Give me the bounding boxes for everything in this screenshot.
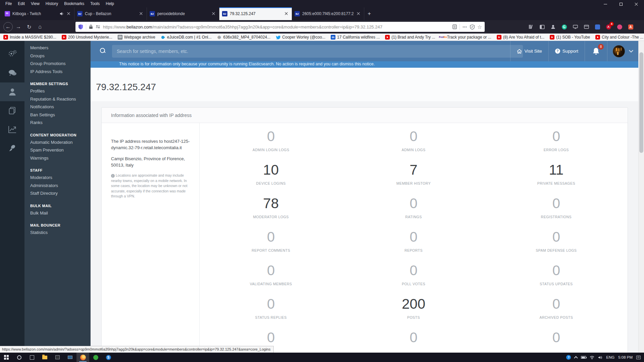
language-indicator[interactable]: ENG xyxy=(606,355,614,359)
reload-button[interactable]: ↻ xyxy=(24,22,34,32)
bookmark-item[interactable]: FedExTrack your package or ... xyxy=(440,35,491,40)
extension-orange-icon[interactable]: A xyxy=(627,23,635,31)
tab-peroxideblonde[interactable]: BZ peroxideblonde xyxy=(147,7,219,20)
tab-ipv6[interactable]: BZ 2605:e000:7f45:e200:8177:296b:f xyxy=(292,7,364,20)
home-button[interactable]: ⌂ xyxy=(35,22,45,32)
wifi-icon[interactable] xyxy=(590,356,594,359)
volume-icon[interactable] xyxy=(598,356,602,359)
menu-group-promotions[interactable]: Group Promotions xyxy=(24,60,91,68)
rail-members[interactable] xyxy=(0,82,24,101)
taskbar-monitor-app[interactable] xyxy=(64,353,76,362)
tab-close-icon[interactable] xyxy=(284,11,289,16)
menu-warnings[interactable]: Warnings xyxy=(24,154,91,162)
menu-bulk-mail[interactable]: Bulk Mail xyxy=(24,209,91,217)
close-window-button[interactable] xyxy=(629,0,644,8)
reader-view-icon[interactable] xyxy=(452,24,457,29)
menu-spam-prevention[interactable]: Spam Prevention xyxy=(24,146,91,154)
menu-edit[interactable]: Edit xyxy=(15,1,28,7)
menu-ban-settings[interactable]: Ban Settings xyxy=(24,111,91,119)
scrollbar-thumb[interactable] xyxy=(639,52,643,153)
tab-session-icon[interactable] xyxy=(582,23,590,31)
restore-button[interactable] xyxy=(613,0,629,8)
tray-chevron-up-icon[interactable] xyxy=(574,356,578,360)
taskbar-firefox[interactable] xyxy=(76,353,89,362)
protections-shield-icon[interactable] xyxy=(470,24,475,29)
tab-cup-bellazon[interactable]: BZ Cup - Bellazon xyxy=(74,7,147,20)
bookmark-item[interactable]: m17 California wildfires ... xyxy=(331,35,380,40)
action-center-icon[interactable] xyxy=(636,356,641,359)
visit-site-button[interactable]: Visit Site xyxy=(511,41,548,61)
minimize-button[interactable] xyxy=(598,0,613,8)
menu-staff-directory[interactable]: Staff Directory xyxy=(24,189,91,197)
menu-administrators[interactable]: Administrators xyxy=(24,182,91,190)
menu-profiles[interactable]: Profiles xyxy=(24,87,91,95)
rail-stats[interactable] xyxy=(0,120,24,139)
menu-ip-address-tools[interactable]: IP Address Tools xyxy=(24,68,91,76)
bookmark-item[interactable]: (1) SOB - YouTube xyxy=(550,35,590,40)
back-button[interactable]: ← xyxy=(3,22,13,32)
bookmark-item[interactable]: Cooper Worley (@coo... xyxy=(276,35,325,40)
support-button[interactable]: ?Support xyxy=(549,41,585,61)
permissions-icon[interactable] xyxy=(96,25,100,29)
tracking-protection-shield-icon[interactable] xyxy=(78,24,83,29)
menu-tools[interactable]: Tools xyxy=(88,1,102,7)
tab-close-icon[interactable] xyxy=(66,11,71,16)
tab-close-icon[interactable] xyxy=(139,11,144,16)
menu-reputation[interactable]: Reputation & Reactions xyxy=(24,95,91,103)
rail-system-settings[interactable] xyxy=(0,45,24,64)
menu-moderators[interactable]: Moderators xyxy=(24,174,91,182)
bookmark-item[interactable]: 200 Unsolved Mysterie... xyxy=(62,35,112,40)
screenshot-tool-icon[interactable] xyxy=(571,23,579,31)
url-bar[interactable]: https://www.bellazon.com/main/admin/?ads… xyxy=(75,22,485,32)
rail-community[interactable] xyxy=(0,64,24,82)
bookmark-item[interactable]: (1) Brad and Andy Try ... xyxy=(385,35,435,40)
acp-search-input[interactable] xyxy=(112,45,523,58)
chevron-down-icon[interactable] xyxy=(629,48,633,53)
tab-close-icon[interactable] xyxy=(356,11,361,16)
menu-statistics[interactable]: Statistics xyxy=(24,229,91,237)
tab-audio-icon[interactable] xyxy=(60,12,64,16)
adblock-icon[interactable]: A4 xyxy=(604,23,612,31)
notifications-bell[interactable]: 8 xyxy=(585,41,607,61)
taskbar-file-explorer[interactable] xyxy=(38,353,51,362)
rail-content[interactable] xyxy=(0,101,24,120)
page-actions-icon[interactable]: ••• xyxy=(463,25,467,29)
tab-ip-active[interactable]: BZ 79.32.125.247 xyxy=(219,7,292,20)
bookmark-item[interactable]: ⊕636x382_MP4_8704024... xyxy=(217,35,271,40)
new-tab-button[interactable]: + xyxy=(364,9,374,19)
menu-bookmarks[interactable]: Bookmarks xyxy=(61,1,87,7)
tab-close-icon[interactable] xyxy=(211,11,216,16)
taskbar-green-app[interactable] xyxy=(89,353,102,362)
bookmark-item[interactable]: Webpage archive xyxy=(118,35,155,40)
bookmark-star-icon[interactable]: ☆ xyxy=(477,24,482,30)
account-icon[interactable] xyxy=(549,23,557,31)
forward-button[interactable]: → xyxy=(13,22,23,32)
extension-pink-icon[interactable] xyxy=(615,23,624,31)
cortana-search-button[interactable] xyxy=(13,353,25,362)
bookmark-item[interactable]: (8) Are You Afraid of t... xyxy=(497,35,544,40)
menu-automatic-moderation[interactable]: Automatic Moderation xyxy=(24,138,91,146)
bookmark-item[interactable]: City and Colour -The ... xyxy=(595,35,643,40)
menu-file[interactable]: File xyxy=(3,1,14,7)
tab-kitboga[interactable]: Kitboga - Twitch xyxy=(2,7,74,20)
menu-groups[interactable]: Groups xyxy=(24,52,91,60)
rail-customization[interactable] xyxy=(0,139,24,158)
start-button[interactable] xyxy=(0,353,13,362)
extension-blue-icon[interactable] xyxy=(593,23,601,31)
bookmark-item[interactable]: Inside a MASSIVE $280... xyxy=(3,35,56,40)
menu-ranks[interactable]: Ranks xyxy=(24,119,91,127)
url-text[interactable]: https://www.bellazon.com/main/admin/?ads… xyxy=(103,24,450,29)
menu-members[interactable]: Members xyxy=(24,44,91,52)
sidebar-toggle-icon[interactable] xyxy=(538,23,546,31)
browser-scrollbar[interactable] xyxy=(638,41,644,353)
bookmark-item[interactable]: eJuiceDB.com | #1 Onl... xyxy=(161,35,212,40)
menu-view[interactable]: View xyxy=(28,1,42,7)
menu-history[interactable]: History xyxy=(43,1,61,7)
taskbar-store[interactable] xyxy=(51,353,64,362)
lock-icon[interactable] xyxy=(89,24,93,29)
avatar[interactable] xyxy=(613,45,625,57)
library-icon[interactable] xyxy=(527,23,535,31)
grammarly-icon[interactable]: G xyxy=(560,23,568,31)
help-tray-icon[interactable]: ? xyxy=(566,355,571,360)
task-view-button[interactable] xyxy=(25,353,38,362)
